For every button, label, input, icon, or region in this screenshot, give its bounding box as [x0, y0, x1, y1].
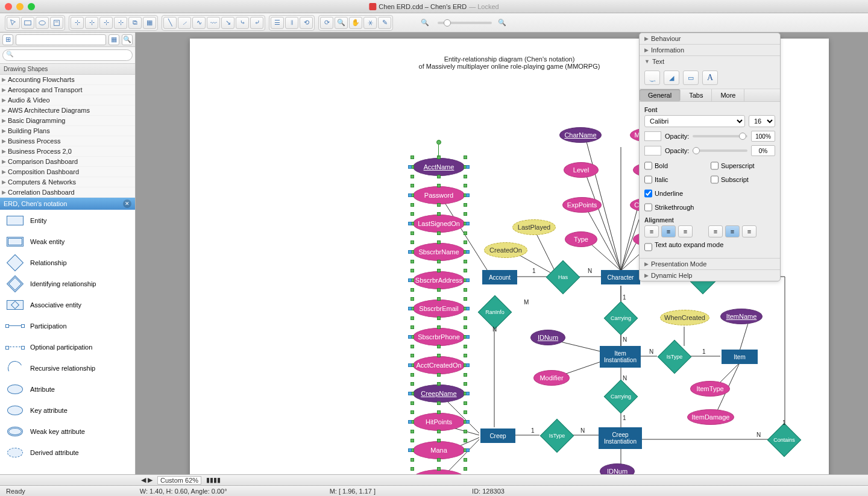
- curve-tool[interactable]: ∿: [192, 17, 206, 29]
- tab-more[interactable]: More: [712, 89, 744, 101]
- text-box-tool[interactable]: ▭: [683, 71, 699, 85]
- zoom-out-button[interactable]: 🔍: [418, 17, 432, 29]
- library-item[interactable]: ▶Correlation Dashboard: [0, 187, 135, 198]
- library-item[interactable]: ▶Computers & Networks: [0, 177, 135, 187]
- pointer-tool[interactable]: [7, 17, 20, 29]
- chain-tool[interactable]: ⧉: [128, 17, 142, 29]
- zoom-icon[interactable]: [28, 3, 35, 10]
- attr-sbname[interactable]: SbscrbrName: [413, 243, 465, 261]
- zoom-slider[interactable]: [438, 22, 492, 24]
- rel-has[interactable]: Has: [547, 269, 579, 286]
- library-grid-icon[interactable]: ▦: [108, 34, 119, 45]
- opacity-slider-1[interactable]: [693, 135, 747, 137]
- grid-tool[interactable]: ▦: [143, 17, 156, 29]
- rel-raninfo[interactable]: RanInfo: [479, 304, 511, 321]
- library-item[interactable]: ▶Comparison Dashboard: [0, 157, 135, 167]
- attr-itemdamage[interactable]: ItemDamage: [687, 409, 734, 425]
- arc-tool[interactable]: ⟋: [178, 17, 191, 29]
- tree-tool-1[interactable]: ⊹: [71, 17, 84, 29]
- attr-itemname[interactable]: ItemName: [720, 309, 763, 324]
- attr-mana[interactable]: Mana: [413, 441, 465, 459]
- text-color-swatch[interactable]: [644, 131, 661, 141]
- valign-top[interactable]: ≡: [708, 225, 723, 237]
- check-auto-expand[interactable]: Text auto expand mode: [644, 241, 775, 253]
- attr-charname[interactable]: CharName: [559, 127, 602, 143]
- library-item[interactable]: ▶Composition Dashboard: [0, 167, 135, 177]
- attr-lastsigned[interactable]: LastSignedOn: [413, 215, 465, 233]
- attr-sbaddr[interactable]: SbscrbrAddress: [413, 271, 465, 289]
- connector-tool-1[interactable]: ↘: [221, 17, 234, 29]
- align-left[interactable]: ≡: [644, 225, 659, 237]
- attr-creepname[interactable]: CreepName: [413, 385, 465, 403]
- attr-idnum[interactable]: IDNum: [530, 330, 565, 345]
- library-item[interactable]: ▶Aerospace and Transport: [0, 85, 135, 95]
- connector-tool-3[interactable]: ⤶: [250, 17, 263, 29]
- tab-general[interactable]: General: [640, 89, 681, 101]
- text-tool[interactable]: [50, 17, 63, 29]
- entity-item[interactable]: Item: [722, 350, 758, 364]
- close-icon[interactable]: [5, 3, 12, 10]
- text-font-tool[interactable]: A: [702, 71, 718, 85]
- shape-item[interactable]: Entity: [0, 210, 135, 231]
- check-bold[interactable]: Bold: [644, 160, 709, 172]
- library-item[interactable]: ▶AWS Architecture Diagrams: [0, 105, 135, 116]
- close-library-icon[interactable]: ✕: [123, 199, 131, 208]
- opacity-slider-2[interactable]: [693, 149, 747, 152]
- search-tool[interactable]: 🔍: [335, 17, 348, 29]
- refresh-tool[interactable]: ⟳: [320, 17, 333, 29]
- attr-sbemail[interactable]: SbscrbrEmail: [413, 300, 465, 318]
- library-item[interactable]: ▶Business Process: [0, 136, 135, 146]
- library-search-icon[interactable]: 🔍: [122, 34, 133, 45]
- entity-character[interactable]: Character: [601, 270, 640, 284]
- attr-attack[interactable]: Attack: [413, 469, 465, 474]
- tree-tool-3[interactable]: ⊹: [99, 17, 113, 29]
- attr-modifier[interactable]: Modifier: [533, 370, 570, 386]
- shape-item[interactable]: Weak key attribute: [0, 421, 135, 442]
- attr-type[interactable]: Type: [565, 231, 597, 247]
- zoom-display[interactable]: Custom 62%: [157, 476, 201, 485]
- shape-item[interactable]: Relationship: [0, 252, 135, 273]
- valign-middle[interactable]: ≡: [725, 225, 740, 237]
- attr-hitpoints[interactable]: HitPoints: [413, 413, 465, 431]
- entity-creep-instantiation[interactable]: Creep Instantiation: [599, 427, 642, 449]
- library-item[interactable]: ▶Basic Diagramming: [0, 116, 135, 126]
- distribute-tool[interactable]: ⫴: [285, 17, 298, 29]
- tab-tabs[interactable]: Tabs: [681, 89, 712, 101]
- connector-tool-2[interactable]: ⤷: [236, 17, 249, 29]
- align-right[interactable]: ≡: [678, 225, 693, 237]
- rel-istype[interactable]: IsType: [659, 348, 690, 365]
- attr-exppoints[interactable]: ExpPoints: [562, 197, 602, 213]
- hand-tool[interactable]: ✋: [349, 17, 362, 29]
- rel-carrying-2[interactable]: Carrying: [605, 388, 637, 405]
- shape-item[interactable]: Identifying relationship: [0, 273, 135, 294]
- minimize-icon[interactable]: [16, 3, 24, 10]
- align-tool[interactable]: ☰: [271, 17, 284, 29]
- library-item[interactable]: ▶Building Plans: [0, 126, 135, 136]
- align-center[interactable]: ≡: [661, 225, 676, 237]
- spline-tool[interactable]: 〰: [207, 17, 220, 29]
- check-italic[interactable]: Italic: [644, 174, 709, 186]
- rel-contains-2[interactable]: Contains: [769, 432, 800, 448]
- shape-item[interactable]: Derived attribute: [0, 442, 135, 463]
- attr-itemtype[interactable]: ItemType: [690, 381, 730, 397]
- outline-color-swatch[interactable]: [644, 146, 661, 155]
- attr-password[interactable]: Password: [413, 186, 465, 204]
- entity-account[interactable]: Account: [482, 270, 517, 284]
- shape-item[interactable]: Recursive relationship: [0, 357, 135, 378]
- section-dynamic-help[interactable]: ▶Dynamic Help: [640, 270, 780, 281]
- text-underline-tool[interactable]: ⏝: [644, 71, 660, 85]
- tree-tool-4[interactable]: ⊹: [114, 17, 127, 29]
- attr-lastplayed[interactable]: LastPlayed: [512, 219, 556, 235]
- check-strikethrough[interactable]: Strikethrough: [644, 201, 709, 213]
- attr-idnum-2[interactable]: IDNum: [600, 463, 635, 474]
- section-presentation[interactable]: ▶Presentation Mode: [640, 259, 780, 269]
- shape-search-input[interactable]: [2, 49, 133, 61]
- check-subscript[interactable]: Subscript: [711, 174, 775, 186]
- shape-item[interactable]: Attribute: [0, 378, 135, 400]
- library-tree-icon[interactable]: ⊞: [2, 34, 13, 45]
- font-family-select[interactable]: Calibri: [644, 115, 745, 127]
- shape-item[interactable]: Weak entity: [0, 231, 135, 252]
- library-filter-input[interactable]: [16, 34, 106, 45]
- font-size-select[interactable]: 16: [749, 115, 775, 127]
- attr-createdon[interactable]: CreatedOn: [484, 242, 527, 258]
